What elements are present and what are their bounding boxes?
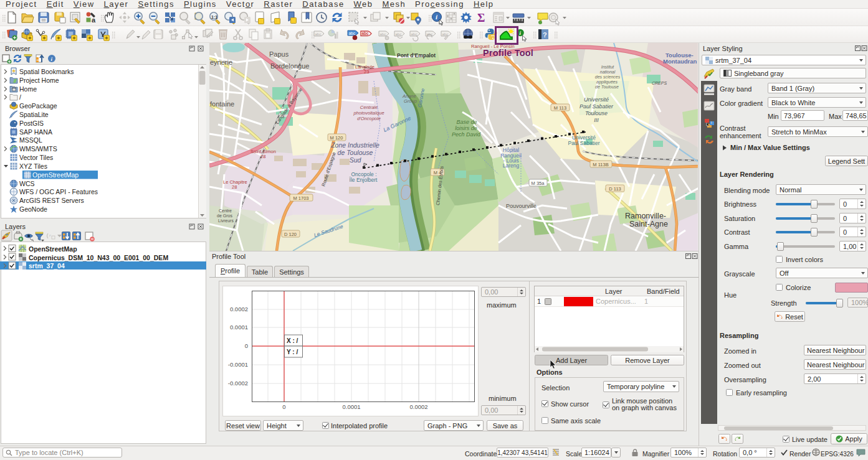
svg-text:Centre: Centre <box>219 209 232 213</box>
svg-text:ε: ε <box>49 233 51 238</box>
svg-text:Pouvourville: Pouvourville <box>506 203 537 209</box>
svg-text:M 120: M 120 <box>330 135 343 141</box>
svg-text:0: 0 <box>282 403 285 410</box>
svg-text:D 113: D 113 <box>609 186 621 192</box>
svg-text:de Gros: de Gros <box>217 214 232 218</box>
svg-text:Y : /: Y : / <box>287 349 298 355</box>
svg-text:Zone Industrielle: Zone Industrielle <box>330 141 379 149</box>
svg-text:fontaine: fontaine <box>210 100 234 108</box>
svg-text:abc: abc <box>362 31 370 35</box>
svg-text:Toulouse: Toulouse <box>585 110 608 116</box>
svg-text:0.0002: 0.0002 <box>409 403 427 410</box>
svg-text:Montaudran: Montaudran <box>663 58 697 65</box>
svg-text:Île Enjolbert: Île Enjolbert <box>349 177 378 183</box>
svg-text:photovoltaïque: photovoltaïque <box>353 110 384 116</box>
svg-text:-0.0002: -0.0002 <box>228 380 248 387</box>
svg-text:loisirs de: loisirs de <box>455 125 477 131</box>
svg-text:des sciences: des sciences <box>595 75 621 79</box>
svg-text:Group: Group <box>404 98 417 104</box>
svg-text:Profile Tool: Profile Tool <box>483 48 533 58</box>
svg-text:M 35a: M 35a <box>532 181 545 186</box>
svg-text:Base de: Base de <box>456 119 477 125</box>
svg-text:1:1: 1:1 <box>211 15 217 19</box>
svg-text:0: 0 <box>245 342 248 349</box>
svg-text:abc: abc <box>349 31 356 35</box>
svg-text:M 1703: M 1703 <box>293 195 308 201</box>
svg-text:X : /: X : / <box>287 337 298 344</box>
svg-text:0.0001: 0.0001 <box>342 403 360 410</box>
svg-text:Papus: Papus <box>269 50 289 58</box>
svg-text:national: national <box>600 70 616 74</box>
svg-text:eynerie: eynerie <box>210 59 232 66</box>
svg-text:D 120: D 120 <box>284 232 297 237</box>
svg-text:M 113: M 113 <box>554 105 566 111</box>
svg-text:Paul Sabatier: Paul Sabatier <box>568 140 599 146</box>
svg-text:Bordelongue: Bordelongue <box>270 62 309 70</box>
svg-text:Institut: Institut <box>601 65 615 69</box>
svg-text:Paul Sabatier: Paul Sabatier <box>579 103 614 110</box>
svg-text:Σ: Σ <box>477 11 485 24</box>
svg-text:CREPS: CREPS <box>652 81 667 85</box>
svg-text:d'Oncopole: d'Oncopole <box>357 116 381 121</box>
svg-text:Ramonville-: Ramonville- <box>625 212 666 220</box>
svg-text:0.0002: 0.0002 <box>230 306 248 312</box>
svg-text:de Toulouse: de Toulouse <box>595 85 619 89</box>
svg-text:Sud: Sud <box>350 156 362 164</box>
svg-text:28: 28 <box>260 154 265 159</box>
svg-text:appliquées: appliquées <box>596 80 618 85</box>
svg-text:Saint-Agne: Saint-Agne <box>629 220 668 228</box>
svg-text:Pont d'Empalot: Pont d'Empalot <box>397 52 436 59</box>
svg-text:?: ? <box>543 31 547 39</box>
svg-text:de Toulouse: de Toulouse <box>338 149 373 156</box>
svg-text:-0.0001: -0.0001 <box>228 361 248 368</box>
svg-text:Université: Université <box>584 96 609 103</box>
svg-text:0.0001: 0.0001 <box>230 324 248 331</box>
svg-text:M 113B: M 113B <box>593 162 608 167</box>
svg-text:Pech David: Pech David <box>452 131 481 138</box>
svg-text:III: III <box>594 117 599 123</box>
svg-text:Centrale: Centrale <box>360 105 378 110</box>
svg-text:Lareng: Lareng <box>503 162 520 169</box>
svg-text:Livreurs: Livreurs <box>218 218 234 223</box>
svg-text:28: 28 <box>232 184 237 190</box>
svg-text:23: 23 <box>364 69 369 75</box>
